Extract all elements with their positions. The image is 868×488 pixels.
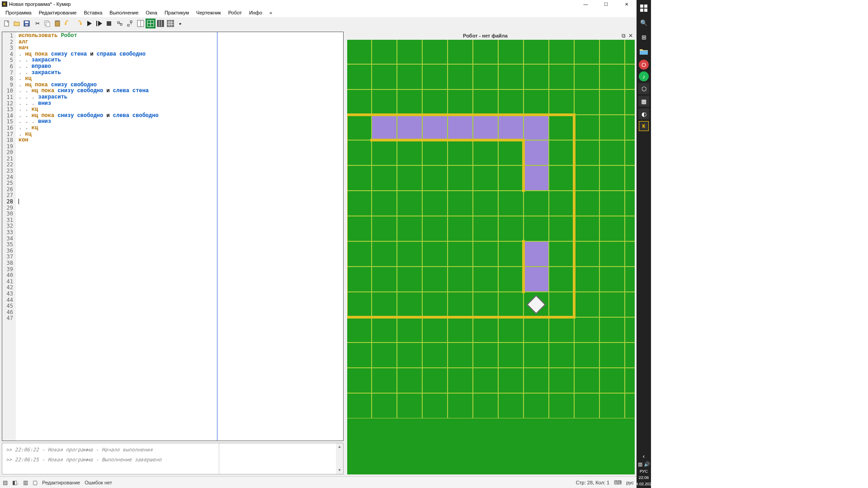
menu-Чертежник[interactable]: Чертежник: [193, 9, 225, 16]
svg-rect-25: [640, 9, 643, 12]
layout-2-button[interactable]: [146, 19, 156, 28]
tray-date[interactable]: 24.02.2021: [633, 482, 654, 486]
status-cursor-pos: Стр: 28, Кол: 1: [576, 480, 610, 485]
run-button[interactable]: [84, 19, 94, 28]
menu-Редактирование[interactable]: Редактирование: [35, 9, 80, 16]
menu-Практикум[interactable]: Практикум: [161, 9, 193, 16]
new-file-button[interactable]: [2, 19, 12, 28]
minimize-button[interactable]: —: [576, 0, 596, 8]
svg-rect-26: [644, 9, 647, 12]
menu-Окна[interactable]: Окна: [142, 9, 161, 16]
spotify-icon[interactable]: ♪: [639, 71, 649, 81]
step-over-button[interactable]: [125, 19, 135, 28]
svg-rect-7: [56, 20, 59, 22]
code-content[interactable]: использовать Роботалгнач. нц пока снизу …: [16, 32, 217, 206]
robot-field[interactable]: [347, 40, 635, 474]
console-output[interactable]: >> 22:06:22 - Новая программа - Начало в…: [2, 443, 219, 474]
tray-time[interactable]: 22:06: [639, 475, 649, 480]
svg-rect-3: [25, 24, 28, 26]
keyboard-icon: ⌨: [614, 479, 622, 486]
cut-button[interactable]: ✂: [33, 19, 42, 28]
svg-rect-8: [96, 21, 97, 26]
svg-rect-5: [46, 22, 50, 27]
sb-icon-1[interactable]: ▤: [3, 479, 8, 486]
toolbar-more-button[interactable]: ▸: [175, 19, 185, 28]
copy-button[interactable]: [42, 19, 52, 28]
redo-button[interactable]: [73, 19, 83, 28]
menu-Программа[interactable]: Программа: [2, 9, 35, 16]
menu-»[interactable]: »: [266, 9, 276, 16]
robot-panel-title: Робот - нет файла: [349, 33, 622, 38]
opera-icon[interactable]: O: [639, 60, 649, 70]
svg-rect-24: [644, 5, 647, 8]
console: >> 22:06:22 - Новая программа - Начало в…: [2, 443, 344, 474]
tray-lang[interactable]: РУС: [640, 469, 648, 474]
status-mode: Редактирование: [42, 480, 80, 485]
svg-rect-23: [640, 5, 643, 8]
line-gutter: 1234567891011121314151617181920212223242…: [2, 32, 16, 441]
maximize-button[interactable]: ☐: [596, 0, 616, 8]
status-errors: Ошибок нет: [85, 480, 112, 485]
open-file-button[interactable]: [12, 19, 22, 28]
layout-4-button[interactable]: [165, 19, 175, 28]
menu-Робот[interactable]: Робот: [225, 9, 245, 16]
undo-button[interactable]: [63, 19, 73, 28]
svg-rect-15: [157, 20, 164, 27]
status-lang: рус: [626, 480, 634, 485]
menu-Выполнение[interactable]: Выполнение: [106, 9, 142, 16]
robot-panel-header: Робот - нет файла ⧉ ✕: [347, 32, 635, 40]
tray-icon-1[interactable]: ▥: [638, 461, 642, 467]
svg-rect-18: [167, 20, 174, 27]
steam-icon[interactable]: ◐: [638, 108, 649, 119]
paste-button[interactable]: [52, 19, 62, 28]
layout-1-button[interactable]: [136, 19, 146, 28]
window-title: Новая программа* - Кумир: [9, 1, 71, 7]
robot-close-button[interactable]: ✕: [628, 33, 633, 39]
statusbar: ▤ ◧. ▥ ▢ Редактирование Ошибок нет Стр: …: [0, 476, 637, 488]
search-icon[interactable]: 🔍: [637, 16, 650, 29]
sb-icon-3[interactable]: ▥: [23, 479, 28, 486]
app-icon-2[interactable]: ▦: [638, 96, 649, 107]
robot-dock-button[interactable]: ⧉: [622, 33, 626, 39]
menu-Вставка[interactable]: Вставка: [80, 9, 106, 16]
task-view-icon[interactable]: ⊞: [637, 31, 650, 43]
step-into-button[interactable]: [115, 19, 125, 28]
save-button[interactable]: [22, 19, 32, 28]
kumir-taskbar-icon[interactable]: К: [639, 121, 649, 131]
close-button[interactable]: ✕: [616, 0, 637, 8]
svg-rect-27: [640, 51, 648, 55]
stop-button[interactable]: [104, 19, 114, 28]
menubar: ПрограммаРедактированиеВставкаВыполнение…: [0, 8, 637, 17]
svg-rect-0: [5, 21, 9, 26]
svg-rect-9: [107, 21, 111, 26]
sb-icon-4[interactable]: ▢: [33, 479, 38, 486]
toolbar: ✂ ▸: [0, 17, 637, 30]
start-button[interactable]: [637, 2, 650, 14]
explorer-icon[interactable]: [637, 45, 650, 58]
tray-expand-icon[interactable]: ‹: [643, 453, 645, 460]
app-icon-1[interactable]: ⬡: [638, 83, 649, 94]
sb-icon-2[interactable]: ◧.: [12, 479, 19, 486]
titlebar: К Новая программа* - Кумир — ☐ ✕: [0, 0, 637, 8]
tray-volume-icon[interactable]: 🔊: [644, 461, 650, 467]
svg-rect-2: [25, 21, 28, 23]
step-button[interactable]: [94, 19, 104, 28]
console-scrollbar[interactable]: ▲ ▼: [336, 443, 343, 474]
menu-Инфо[interactable]: Инфо: [245, 9, 266, 16]
app-icon: К: [2, 1, 7, 7]
windows-taskbar: 🔍 ⊞ O ♪ ⬡ ▦ ◐ К ‹ ▥ 🔊 РУС 22:06 24.02.20…: [637, 0, 651, 488]
layout-3-button[interactable]: [156, 19, 165, 28]
code-editor[interactable]: 1234567891011121314151617181920212223242…: [2, 32, 344, 441]
